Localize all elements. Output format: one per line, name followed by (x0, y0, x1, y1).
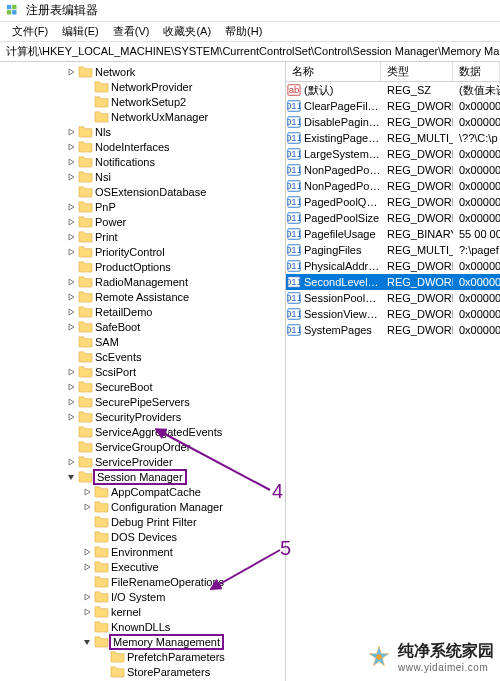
tree-node[interactable]: kernel (0, 604, 285, 619)
expand-icon[interactable] (64, 410, 78, 424)
address-bar[interactable]: 计算机\HKEY_LOCAL_MACHINE\SYSTEM\CurrentCon… (0, 42, 500, 62)
expand-icon[interactable] (64, 290, 78, 304)
tree-node[interactable]: Memory Management (0, 634, 285, 649)
tree-node[interactable]: PriorityControl (0, 244, 285, 259)
expand-icon[interactable] (64, 185, 78, 199)
value-row[interactable]: 011LargeSystemC...REG_DWORD0x00000 (286, 146, 500, 162)
col-name[interactable]: 名称 (286, 62, 381, 81)
tree-node[interactable]: SAM (0, 334, 285, 349)
expand-icon[interactable] (64, 440, 78, 454)
expand-icon[interactable] (64, 380, 78, 394)
value-row[interactable]: 011NonPagedPoo...REG_DWORD0x00000 (286, 162, 500, 178)
tree-node[interactable]: PnP (0, 199, 285, 214)
expand-icon[interactable] (64, 125, 78, 139)
expand-icon[interactable] (80, 500, 94, 514)
tree-node[interactable]: Notifications (0, 154, 285, 169)
expand-icon[interactable] (64, 455, 78, 469)
expand-icon[interactable] (80, 620, 94, 634)
expand-icon[interactable] (96, 665, 110, 679)
tree-view[interactable]: NetworkNetworkProviderNetworkSetup2Netwo… (0, 62, 286, 681)
expand-icon[interactable] (64, 425, 78, 439)
tree-node[interactable]: NetworkUxManager (0, 109, 285, 124)
expand-icon[interactable] (64, 275, 78, 289)
tree-node[interactable]: Nsi (0, 169, 285, 184)
menu-edit[interactable]: 编辑(E) (56, 22, 105, 41)
value-row[interactable]: 011DisablePaging...REG_DWORD0x00000 (286, 114, 500, 130)
tree-node[interactable]: Remote Assistance (0, 289, 285, 304)
expand-icon[interactable] (64, 170, 78, 184)
value-row[interactable]: 011NonPagedPoo...REG_DWORD0x00000 (286, 178, 500, 194)
value-row[interactable]: 011SecondLevelD...REG_DWORD0x00000 (286, 274, 500, 290)
value-row[interactable]: 011PagedPoolQu...REG_DWORD0x00000 (286, 194, 500, 210)
expand-icon[interactable] (64, 65, 78, 79)
tree-node[interactable]: Network (0, 64, 285, 79)
tree-node[interactable]: SecurePipeServers (0, 394, 285, 409)
expand-icon[interactable] (80, 560, 94, 574)
tree-node[interactable]: PrefetchParameters (0, 649, 285, 664)
menu-help[interactable]: 帮助(H) (219, 22, 268, 41)
expand-icon[interactable] (80, 110, 94, 124)
tree-node[interactable]: Executive (0, 559, 285, 574)
tree-node[interactable]: OSExtensionDatabase (0, 184, 285, 199)
menu-file[interactable]: 文件(F) (6, 22, 54, 41)
value-row[interactable]: 011SystemPagesREG_DWORD0x00000 (286, 322, 500, 338)
tree-node[interactable]: ServiceProvider (0, 454, 285, 469)
menu-favorites[interactable]: 收藏夹(A) (157, 22, 217, 41)
expand-icon[interactable] (64, 155, 78, 169)
expand-icon[interactable] (64, 335, 78, 349)
tree-node[interactable]: I/O System (0, 589, 285, 604)
expand-icon[interactable] (64, 470, 78, 484)
value-list[interactable]: 名称 类型 数据 ab(默认)REG_SZ(数值未设011ClearPageFi… (286, 62, 500, 681)
expand-icon[interactable] (80, 95, 94, 109)
menu-view[interactable]: 查看(V) (107, 22, 156, 41)
value-row[interactable]: 011PagedPoolSizeREG_DWORD0x00000 (286, 210, 500, 226)
tree-node[interactable]: NetworkSetup2 (0, 94, 285, 109)
expand-icon[interactable] (80, 575, 94, 589)
value-row[interactable]: 011ClearPageFileA...REG_DWORD0x00000 (286, 98, 500, 114)
tree-node[interactable]: Configuration Manager (0, 499, 285, 514)
expand-icon[interactable] (64, 140, 78, 154)
tree-node[interactable]: ScEvents (0, 349, 285, 364)
expand-icon[interactable] (80, 545, 94, 559)
tree-node[interactable]: StoreParameters (0, 664, 285, 679)
tree-node[interactable]: Nls (0, 124, 285, 139)
col-type[interactable]: 类型 (381, 62, 453, 81)
tree-node[interactable]: Session Manager (0, 469, 285, 484)
tree-node[interactable]: SecureBoot (0, 379, 285, 394)
expand-icon[interactable] (64, 305, 78, 319)
expand-icon[interactable] (64, 215, 78, 229)
value-row[interactable]: 011PhysicalAddres...REG_DWORD0x00000 (286, 258, 500, 274)
expand-icon[interactable] (64, 395, 78, 409)
value-row[interactable]: 011PagingFilesREG_MULTI_SZ?:\pagef (286, 242, 500, 258)
tree-node[interactable]: ScsiPort (0, 364, 285, 379)
tree-node[interactable]: RadioManagement (0, 274, 285, 289)
tree-node[interactable]: ServiceAggregatedEvents (0, 424, 285, 439)
expand-icon[interactable] (64, 350, 78, 364)
expand-icon[interactable] (80, 80, 94, 94)
expand-icon[interactable] (64, 365, 78, 379)
expand-icon[interactable] (64, 320, 78, 334)
value-row[interactable]: 011ExistingPageFil...REG_MULTI_SZ\??\C:\… (286, 130, 500, 146)
expand-icon[interactable] (80, 635, 94, 649)
expand-icon[interactable] (80, 590, 94, 604)
expand-icon[interactable] (64, 260, 78, 274)
expand-icon[interactable] (64, 200, 78, 214)
tree-node[interactable]: DOS Devices (0, 529, 285, 544)
tree-node[interactable]: RetailDemo (0, 304, 285, 319)
expand-icon[interactable] (80, 605, 94, 619)
tree-node[interactable]: NetworkProvider (0, 79, 285, 94)
tree-node[interactable]: ServiceGroupOrder (0, 439, 285, 454)
tree-node[interactable]: FileRenameOperations (0, 574, 285, 589)
expand-icon[interactable] (64, 230, 78, 244)
col-data[interactable]: 数据 (453, 62, 500, 81)
tree-node[interactable]: Power (0, 214, 285, 229)
expand-icon[interactable] (64, 245, 78, 259)
tree-node[interactable]: Environment (0, 544, 285, 559)
tree-node[interactable]: Print (0, 229, 285, 244)
tree-node[interactable]: Debug Print Filter (0, 514, 285, 529)
expand-icon[interactable] (80, 530, 94, 544)
tree-node[interactable]: SafeBoot (0, 319, 285, 334)
tree-node[interactable]: ProductOptions (0, 259, 285, 274)
value-row[interactable]: ab(默认)REG_SZ(数值未设 (286, 82, 500, 98)
expand-icon[interactable] (96, 650, 110, 664)
